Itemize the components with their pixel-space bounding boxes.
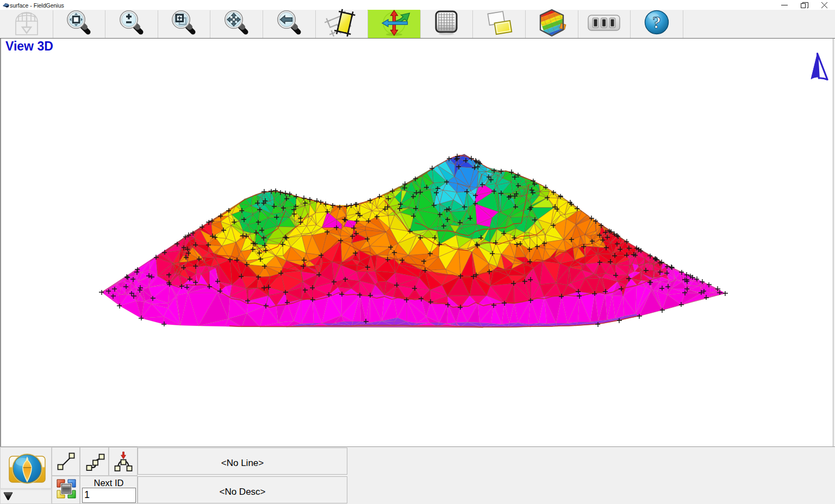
svg-text:?: ? [652,12,661,32]
